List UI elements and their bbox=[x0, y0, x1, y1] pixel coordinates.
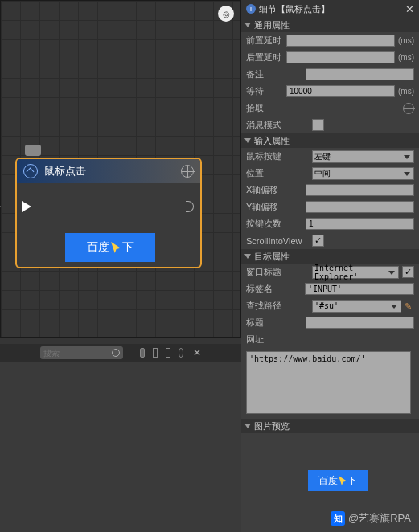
input-port[interactable] bbox=[22, 201, 31, 212]
search-icon[interactable] bbox=[112, 349, 120, 357]
wait-input[interactable] bbox=[286, 85, 395, 97]
x-offset-input[interactable] bbox=[306, 184, 414, 196]
zhihu-icon: 知 bbox=[331, 511, 345, 526]
toolbar: ✕ bbox=[0, 344, 241, 362]
click-icon bbox=[23, 164, 38, 178]
position-select[interactable]: 中间 bbox=[312, 167, 414, 180]
section-general[interactable]: 通用属性 bbox=[241, 18, 419, 32]
search-input[interactable] bbox=[43, 349, 112, 358]
bottom-panel bbox=[0, 362, 241, 532]
output-port[interactable] bbox=[186, 201, 194, 212]
canvas[interactable]: ◎ 鼠标点击 百度 下 bbox=[0, 0, 241, 338]
post-delay-input[interactable] bbox=[286, 51, 395, 63]
preview-button: 百度 下 bbox=[308, 470, 368, 491]
wintitle-check[interactable] bbox=[402, 266, 414, 278]
tool-icon-1[interactable] bbox=[140, 348, 145, 358]
tool-icon-3[interactable] bbox=[166, 348, 170, 358]
scroll-check[interactable] bbox=[312, 235, 324, 247]
tool-icon-4[interactable] bbox=[179, 348, 183, 358]
cursor-icon bbox=[339, 476, 347, 485]
info-icon: i bbox=[246, 4, 256, 14]
click-times-input[interactable] bbox=[306, 218, 414, 230]
watermark: 知 @艺赛旗RPA bbox=[331, 511, 411, 526]
section-input[interactable]: 输入属性 bbox=[241, 133, 419, 148]
cursor-icon bbox=[111, 242, 121, 253]
edit-icon[interactable]: ✎ bbox=[405, 301, 414, 311]
close-panel[interactable]: ✕ bbox=[405, 3, 414, 15]
baidu-button-preview: 百度 下 bbox=[65, 233, 155, 262]
node-mouse-click[interactable]: 鼠标点击 百度 下 bbox=[15, 158, 202, 268]
msg-mode-check[interactable] bbox=[312, 119, 324, 131]
y-offset-input[interactable] bbox=[306, 201, 414, 213]
section-target[interactable]: 目标属性 bbox=[241, 249, 419, 264]
title-input[interactable] bbox=[306, 317, 414, 329]
pre-delay-input[interactable] bbox=[286, 35, 395, 47]
tagname-input[interactable] bbox=[305, 283, 414, 295]
avatar: ◎ bbox=[218, 6, 234, 22]
note-input[interactable] bbox=[306, 68, 414, 80]
properties-panel: i 细节【鼠标点击】 ✕ 通用属性 前置延时(ms) 后置延时(ms) 备注 等… bbox=[241, 0, 419, 532]
path-select[interactable]: '#su' bbox=[312, 300, 401, 313]
external-connector bbox=[0, 202, 1, 211]
target-icon[interactable] bbox=[181, 165, 194, 178]
url-textarea[interactable] bbox=[246, 351, 411, 414]
panel-title-text: 细节【鼠标点击】 bbox=[259, 3, 330, 15]
window-title-select[interactable]: Internet Explorer' bbox=[312, 266, 399, 279]
mouse-button-select[interactable]: 左键 bbox=[312, 150, 414, 163]
tool-icon-2[interactable] bbox=[153, 348, 158, 358]
search-box[interactable] bbox=[40, 346, 123, 359]
section-preview[interactable]: 图片预览 bbox=[241, 419, 419, 433]
pick-target-icon[interactable] bbox=[403, 103, 414, 114]
toolbar-close[interactable]: ✕ bbox=[193, 347, 201, 358]
node-title: 鼠标点击 bbox=[44, 164, 86, 178]
node-handle[interactable] bbox=[25, 145, 41, 156]
